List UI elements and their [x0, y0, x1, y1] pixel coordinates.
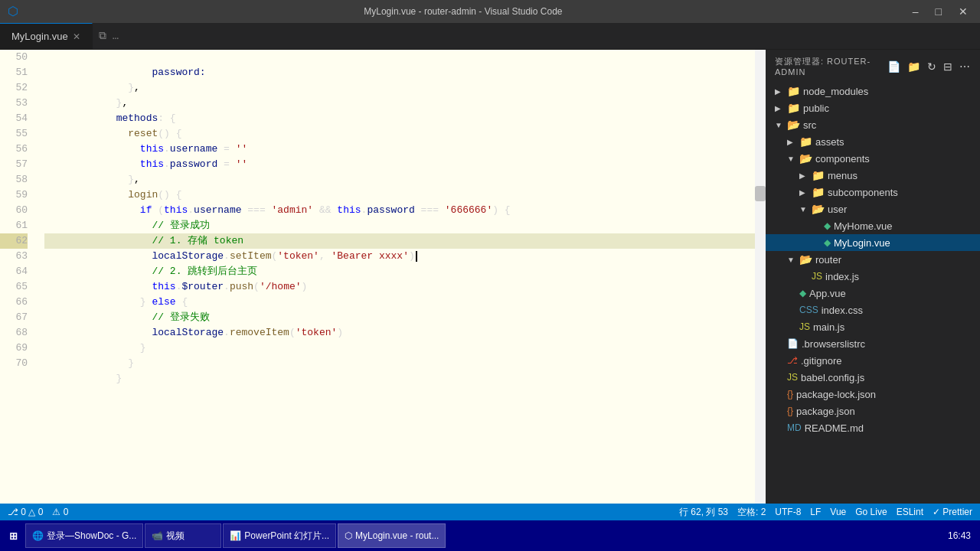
tab-bar: MyLogin.vue ✕ ⧉ …	[0, 23, 980, 50]
tab-mylogin[interactable]: MyLogin.vue ✕	[0, 23, 93, 49]
eslint-item[interactable]: ESLint	[897, 507, 923, 517]
tree-label: package.json	[796, 406, 855, 417]
go-live-item[interactable]: Go Live	[855, 507, 887, 517]
code-lines[interactable]: password: }, }, methods: { reset() { thi…	[37, 50, 755, 504]
code-line-58: login() {	[44, 172, 755, 187]
chevron-right-icon: ▶	[799, 171, 808, 180]
tree-item-src[interactable]: ▼ 📂 src	[766, 116, 980, 133]
status-bar-left: ⎇ 0 △ 0 ⚠ 0	[8, 507, 68, 517]
sidebar-header: 资源管理器: ROUTER-ADMIN 📄 📁 ↻ ⊟ ⋯	[766, 50, 980, 83]
chevron-down-icon: ▼	[775, 121, 784, 129]
cursor-position-item[interactable]: 行 62, 列 53	[679, 506, 728, 519]
tree-item-public[interactable]: ▶ 📁 public	[766, 99, 980, 116]
prettier-item[interactable]: ✓ Prettier	[933, 507, 972, 517]
language-item[interactable]: Vue	[830, 507, 846, 517]
taskbar-btn-powerpoint[interactable]: 📊 PowerPoint 幻灯片...	[223, 523, 336, 548]
close-button[interactable]: ✕	[954, 4, 972, 19]
code-line-69: }	[44, 341, 755, 356]
tree-item-babel-config[interactable]: ▶ JS babel.config.js	[766, 369, 980, 386]
tree-item-package-json[interactable]: ▶ {} package.json	[766, 403, 980, 419]
tree-item-browserslistrc[interactable]: ▶ 📄 .browserslistrc	[766, 335, 980, 352]
file-icon: 📄	[787, 338, 799, 349]
tree-item-myhome[interactable]: ▶ ◆ MyHome.vue	[766, 217, 980, 234]
status-bar: ⎇ 0 △ 0 ⚠ 0 行 62, 列 53 空格: 2 UTF-8 LF Vu…	[0, 504, 980, 520]
tree-item-menus[interactable]: ▶ 📁 menus	[766, 167, 980, 184]
tree-label: README.md	[805, 422, 864, 434]
tab-close-button[interactable]: ✕	[73, 31, 80, 42]
scrollbar-thumb[interactable]	[755, 186, 766, 201]
new-folder-icon[interactable]: 📁	[907, 60, 921, 73]
json-file-icon: {}	[787, 406, 793, 416]
tree-item-gitignore[interactable]: ▶ ⎇ .gitignore	[766, 352, 980, 369]
windows-icon: ⊞	[9, 530, 18, 542]
tree-item-package-lock[interactable]: ▶ {} package-lock.json	[766, 386, 980, 403]
sidebar-header-icons: 📄 📁 ↻ ⊟ ⋯	[887, 60, 971, 73]
more-icon[interactable]: ⋯	[959, 60, 971, 73]
editor-area: 50 51 52 53 54 55 56 57 58 59 60 61 62 6…	[0, 50, 766, 504]
tree-label: node_modules	[803, 86, 868, 97]
tree-item-node-modules[interactable]: ▶ 📁 node_modules	[766, 83, 980, 99]
tree-item-app-vue[interactable]: ▶ ◆ App.vue	[766, 285, 980, 302]
folder-icon: 📁	[787, 85, 800, 97]
code-line-50: password:	[44, 50, 755, 65]
tree-item-router-index[interactable]: ▶ JS index.js	[766, 268, 980, 285]
tree-item-readme[interactable]: ▶ MD README.md	[766, 419, 980, 436]
tree-item-router[interactable]: ▼ 📂 router	[766, 251, 980, 268]
tree-label: assets	[815, 136, 844, 148]
line-ending-item[interactable]: LF	[810, 507, 821, 517]
tree-label: index.css	[822, 305, 863, 316]
sidebar-title: 资源管理器: ROUTER-ADMIN	[775, 56, 887, 77]
tree-label: index.js	[825, 271, 859, 282]
tree-label: components	[815, 153, 870, 165]
taskbar-time: 16:43	[948, 530, 971, 541]
minimize-button[interactable]: –	[908, 4, 923, 19]
collapse-icon[interactable]: ⊟	[943, 60, 953, 73]
more-actions-button[interactable]: …	[113, 30, 119, 42]
maximize-button[interactable]: □	[931, 4, 946, 19]
tree-label: subcomponents	[828, 187, 898, 198]
tree-item-assets[interactable]: ▶ 📁 assets	[766, 133, 980, 150]
code-line-53: methods: {	[44, 96, 755, 111]
tree-item-main-js[interactable]: ▶ JS main.js	[766, 318, 980, 335]
tree-item-components[interactable]: ▼ 📂 components	[766, 150, 980, 167]
tree-item-user[interactable]: ▼ 📂 user	[766, 201, 980, 217]
vscode-icon: ⬡	[8, 4, 18, 19]
taskbar-btn-showdoc[interactable]: 🌐 登录—ShowDoc - G...	[25, 523, 143, 548]
indent-item[interactable]: 空格: 2	[737, 506, 766, 519]
taskbar-icon: 🌐	[32, 530, 44, 541]
tree-label: MyLogin.vue	[834, 237, 890, 249]
tree-item-mylogin[interactable]: ▶ ◆ MyLogin.vue	[766, 234, 980, 251]
refresh-icon[interactable]: ↻	[927, 60, 937, 73]
tree-label: src	[803, 119, 816, 131]
taskbar-btn-video[interactable]: 📹 视频	[145, 523, 221, 548]
chevron-down-icon: ▼	[787, 155, 796, 163]
folder-icon: 📁	[799, 135, 812, 148]
editor-scrollbar[interactable]	[755, 50, 766, 504]
tree-label: babel.config.js	[801, 372, 864, 383]
taskbar-btn-vscode[interactable]: ⬡ MyLogin.vue - rout...	[338, 523, 446, 548]
git-status-item[interactable]: ⎇ 0 △ 0	[8, 507, 43, 517]
encoding-item[interactable]: UTF-8	[775, 507, 801, 517]
taskbar-label: MyLogin.vue - rout...	[355, 530, 439, 541]
tree-label: package-lock.json	[796, 389, 876, 400]
taskbar: ⊞ 🌐 登录—ShowDoc - G... 📹 视频 📊 PowerPoint …	[0, 520, 980, 551]
chevron-right-icon: ▶	[775, 87, 784, 96]
title-bar: ⬡ MyLogin.vue - router-admin - Visual St…	[0, 0, 980, 23]
taskbar-icon: 📊	[230, 530, 241, 541]
code-line-70: }	[44, 356, 755, 371]
error-status-item[interactable]: ⚠ 0	[52, 507, 68, 517]
tree-label: .browserslistrc	[802, 338, 865, 350]
sidebar-tree: ▶ 📁 node_modules ▶ 📁 public ▼ 📂 src ▶ 📁 …	[766, 83, 980, 504]
chevron-down-icon: ▼	[799, 205, 808, 214]
folder-icon: 📁	[812, 169, 825, 181]
tree-label: public	[803, 103, 829, 114]
code-container[interactable]: 50 51 52 53 54 55 56 57 58 59 60 61 62 6…	[0, 50, 766, 504]
split-editor-button[interactable]: ⧉	[99, 30, 106, 42]
start-button[interactable]: ⊞	[3, 527, 24, 545]
tree-label: .gitignore	[801, 355, 841, 367]
taskbar-label: 视频	[166, 530, 185, 543]
tree-item-subcomponents[interactable]: ▶ 📁 subcomponents	[766, 184, 980, 201]
tree-item-index-css[interactable]: ▶ CSS index.css	[766, 302, 980, 318]
new-file-icon[interactable]: 📄	[887, 60, 901, 73]
folder-open-icon: 📂	[799, 253, 812, 266]
